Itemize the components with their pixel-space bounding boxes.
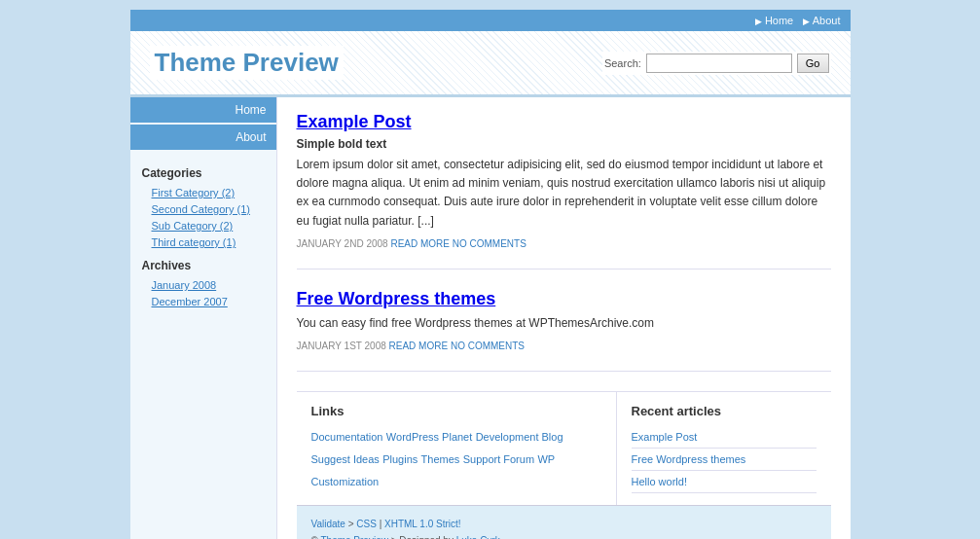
list-item: December 2007	[152, 295, 265, 308]
post-title-link[interactable]: Free Wordpress themes	[297, 289, 496, 308]
link-customization[interactable]: Customization	[311, 476, 380, 487]
footer-area: Links Documentation WordPress Planet Dev…	[297, 391, 831, 505]
post-title: Free Wordpress themes	[297, 289, 831, 309]
post-date: JANUARY 1ST 2008	[297, 341, 386, 351]
post-meta: JANUARY 2ND 2008 READ MORE NO COMMENTS	[297, 238, 831, 249]
recent-articles: Recent articles Example Post Free Wordpr…	[617, 392, 831, 505]
archive-link[interactable]: January 2008	[152, 279, 217, 291]
post-2: Free Wordpress themes You can easy find …	[297, 289, 831, 372]
sidebar-nav-about[interactable]: About	[130, 125, 276, 150]
links-heading: Links	[311, 404, 601, 418]
content-area: Example Post Simple bold text Lorem ipsu…	[276, 97, 851, 539]
post-1: Example Post Simple bold text Lorem ipsu…	[297, 112, 831, 270]
link-development-blog[interactable]: Development Blog	[476, 431, 563, 443]
links-group: Documentation WordPress Planet Developme…	[311, 426, 601, 492]
list-item: Sub Category (2)	[152, 219, 265, 233]
designer-link[interactable]: Luka Cvrk	[456, 535, 500, 539]
read-more-link[interactable]: READ MORE	[390, 238, 450, 249]
search-form: Search: Go	[602, 52, 831, 75]
list-item: Third category (1)	[152, 235, 265, 249]
link-suggest-ideas[interactable]: Suggest Ideas	[311, 453, 380, 465]
comments-link[interactable]: NO COMMENTS	[451, 341, 525, 351]
categories-list: First Category (2) Second Category (1) S…	[142, 186, 265, 249]
archives-heading: Archives	[142, 259, 265, 272]
topbar-about-link[interactable]: About	[803, 15, 840, 26]
link-wp[interactable]: WP	[537, 453, 555, 465]
link-themes[interactable]: Themes	[421, 453, 460, 465]
sidebar: Home About Categories First Category (2)…	[130, 97, 276, 539]
post-meta: JANUARY 1ST 2008 READ MORE NO COMMENTS	[297, 341, 831, 351]
css-link[interactable]: CSS	[356, 519, 377, 529]
list-item: Second Category (1)	[152, 202, 265, 216]
header: Theme Preview Search: Go	[130, 31, 851, 97]
search-button[interactable]: Go	[797, 54, 829, 73]
sidebar-nav-home[interactable]: Home	[130, 97, 276, 123]
read-more-link[interactable]: READ MORE	[389, 341, 449, 351]
post-title-link[interactable]: Example Post	[297, 112, 412, 131]
category-link[interactable]: Sub Category (2)	[152, 220, 234, 232]
post-date: JANUARY 2ND 2008	[297, 238, 388, 249]
main-layout: Home About Categories First Category (2)…	[130, 97, 851, 539]
search-input[interactable]	[646, 54, 792, 73]
validate-link[interactable]: Validate	[311, 519, 345, 529]
recent-articles-heading: Recent articles	[632, 404, 817, 418]
recent-articles-list: Example Post Free Wordpress themes Hello…	[632, 426, 817, 493]
category-link[interactable]: First Category (2)	[152, 187, 236, 198]
link-support-forum[interactable]: Support Forum	[463, 453, 534, 465]
topbar-home-link[interactable]: Home	[755, 15, 793, 26]
list-item: Free Wordpress themes	[632, 449, 817, 471]
list-item: Hello world!	[632, 471, 817, 493]
link-documentation[interactable]: Documentation	[311, 431, 383, 443]
xhtml-link[interactable]: XHTML 1.0 Strict!	[384, 519, 461, 529]
post-body: Lorem ipsum dolor sit amet, consectetur …	[297, 156, 831, 231]
recent-article-link[interactable]: Free Wordpress themes	[632, 453, 746, 465]
categories-heading: Categories	[142, 166, 265, 180]
post-title: Example Post	[297, 112, 831, 132]
archives-list: January 2008 December 2007	[142, 278, 265, 308]
topbar: Home About	[130, 10, 851, 31]
search-label: Search:	[604, 57, 641, 69]
list-item: First Category (2)	[152, 186, 265, 199]
category-link[interactable]: Third category (1)	[152, 236, 236, 248]
archive-link[interactable]: December 2007	[152, 296, 228, 307]
link-wordpress-planet[interactable]: WordPress Planet	[386, 431, 472, 443]
footer-bottom: Validate > CSS | XHTML 1.0 Strict! © The…	[297, 505, 831, 539]
recent-article-link[interactable]: Hello world!	[632, 476, 687, 487]
link-plugins[interactable]: Plugins	[382, 453, 417, 465]
category-link[interactable]: Second Category (1)	[152, 203, 251, 215]
list-item: January 2008	[152, 278, 265, 292]
post-body: You can easy find free Wordpress themes …	[297, 314, 831, 333]
recent-article-link[interactable]: Example Post	[632, 431, 698, 443]
theme-preview-link[interactable]: Theme Preview	[320, 535, 387, 539]
comments-link[interactable]: NO COMMENTS	[453, 238, 526, 249]
post-bold-text: Simple bold text	[297, 137, 831, 151]
site-title: Theme Preview	[150, 46, 344, 80]
list-item: Example Post	[632, 426, 817, 449]
links-box: Links Documentation WordPress Planet Dev…	[297, 392, 617, 505]
